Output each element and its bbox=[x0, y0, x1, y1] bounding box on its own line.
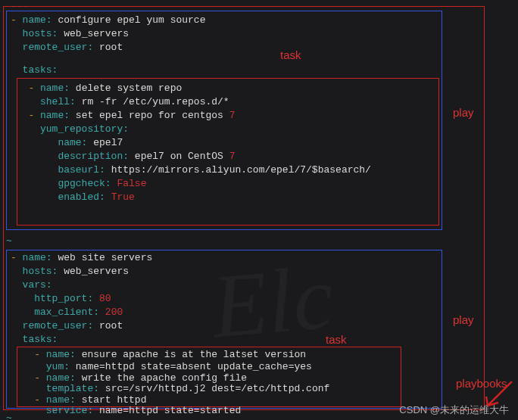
play1-hosts-line: hosts: web_servers bbox=[11, 27, 129, 41]
task1-label: task bbox=[280, 48, 301, 61]
playbooks-label: playbooks bbox=[456, 377, 507, 390]
yaml-doc-start: --- bbox=[11, 0, 28, 14]
task1-baseurl-line: baseurl: https://mirrors.aliyun.com/epel… bbox=[11, 163, 371, 177]
play2-maxclient-line: max_client: 200 bbox=[11, 306, 123, 319]
play2-remoteuser-line: remote_user: root bbox=[11, 319, 123, 333]
play1-tasks-line: tasks: bbox=[11, 64, 58, 77]
task1-name2-line: - name: set epel repo for centgos 7 bbox=[11, 109, 235, 123]
play1-remoteuser-line: remote_user: root bbox=[11, 41, 123, 54]
task2-service-line: service: name=httpd state=started bbox=[11, 404, 241, 418]
vim-tilde-2: ~ bbox=[6, 412, 12, 420]
task1-reponame-line: name: epel7 bbox=[11, 136, 123, 150]
task1-shell-line: shell: rm -fr /etc/yum.repos.d/* bbox=[11, 95, 229, 109]
task1-name1-line: - name: delete system repo bbox=[11, 82, 182, 95]
play2-httpport-line: http_port: 80 bbox=[11, 292, 111, 306]
task2-label: task bbox=[326, 333, 347, 346]
play2-vars-line: vars: bbox=[11, 278, 52, 292]
csdn-watermark: CSDN @未来的运维大牛 bbox=[399, 403, 509, 417]
task1-yumrepo-line: yum_repository: bbox=[11, 123, 129, 136]
play1-label: play bbox=[453, 106, 474, 119]
play2-name-line: - name: web site servers bbox=[11, 251, 152, 265]
play1-name-line: - name: configure epel yum source bbox=[11, 14, 205, 27]
play2-label: play bbox=[453, 313, 474, 326]
play2-hosts-line: hosts: web_servers bbox=[11, 265, 129, 278]
vim-tilde-1: ~ bbox=[6, 235, 12, 248]
task1-gpgcheck-line: gpgcheck: False bbox=[11, 177, 146, 191]
task1-repodesc-line: description: epel7 on CentOS 7 bbox=[11, 150, 235, 163]
play2-tasks-line: tasks: bbox=[11, 333, 58, 347]
task1-enabled-line: enabled: True bbox=[11, 191, 135, 204]
